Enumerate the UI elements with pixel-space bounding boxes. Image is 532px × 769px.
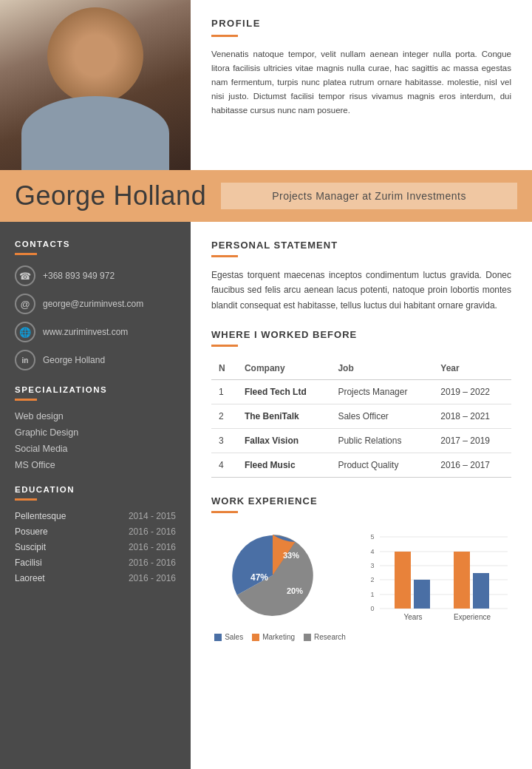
linkedin-value: George Holland [43,355,105,365]
spec-social-media: Social Media [15,444,176,454]
pie-research-label: 33% [283,551,299,560]
row1-years: 2019 – 2022 [433,380,511,404]
name-banner: George Holland Projects Manager at Zurim… [0,170,532,222]
specializations-underline [15,399,37,401]
main-body: CONTACTS ☎ +368 893 949 972 @ george@zur… [0,222,532,769]
job-title: Projects Manager at Zurim Investments [221,183,517,209]
svg-text:4: 4 [370,548,374,555]
edu-year-5: 2016 - 2016 [129,573,176,583]
bar-years-blue [414,580,430,609]
legend-sales-label: Sales [225,633,243,641]
personal-statement-text: Egestas torquent maecenas inceptos condi… [211,268,511,313]
col-company: Company [237,357,330,380]
bar-chart: 0 1 2 3 4 5 [364,524,511,627]
bar-exp-orange [454,552,470,609]
svg-text:2: 2 [370,576,374,583]
legend-research-label: Research [314,633,346,641]
edu-row-2: Posuere 2016 - 2016 [15,526,176,537]
contacts-label: CONTACTS [15,240,176,248]
svg-text:1: 1 [370,591,374,598]
row4-company: Fleed Music [237,453,330,478]
contacts-underline [15,253,37,255]
edu-row-4: Facilisi 2016 - 2016 [15,558,176,568]
contact-email: @ george@zuriminvest.com [15,294,176,314]
table-header: N Company Job Year [211,357,511,380]
col-year: Year [433,357,511,380]
pie-chart-container: 47% 33% 20% Sales Marketing Rese [211,524,349,641]
row2-n: 2 [211,404,237,429]
work-history-label: WHERE I WORKED BEFORE [211,329,511,340]
row3-n: 3 [211,429,237,453]
work-experience-label: WORK EXPERIENCE [211,495,511,507]
wh-underline [211,345,238,347]
row3-years: 2017 – 2019 [433,429,511,453]
row3-company: Fallax Vision [237,429,330,453]
edu-year-1: 2014 - 2015 [129,511,176,521]
svg-text:5: 5 [370,533,374,541]
table-row: 1 Fleed Tech Ltd Projects Manager 2019 –… [211,380,511,404]
personal-statement-label: PERSONAL STATEMENT [211,240,511,251]
row4-job: Product Quality [330,453,433,478]
spec-web-design: Web design [15,411,176,421]
charts-row: 47% 33% 20% Sales Marketing Rese [211,524,511,641]
bar-exp-blue [473,573,489,609]
education-label: EDUCATION [15,485,176,494]
row1-n: 1 [211,380,237,404]
edu-name-4: Facilisi [15,558,42,568]
legend-research: Research [304,633,346,641]
legend-marketing-color [252,634,259,641]
table-row: 4 Fleed Music Product Quality 2016 – 201… [211,453,511,478]
row2-years: 2018 – 2021 [433,404,511,429]
row1-company: Fleed Tech Ltd [237,380,330,404]
legend-sales-color [214,634,222,641]
phone-icon: ☎ [15,265,35,286]
work-history-table: N Company Job Year 1 Fleed Tech Ltd Proj… [211,357,511,478]
main-content: PERSONAL STATEMENT Egestas torquent maec… [191,222,532,769]
row2-company: The BeniTalk [237,404,330,429]
legend-sales: Sales [214,633,243,641]
col-job: Job [330,357,433,380]
edu-year-3: 2016 - 2016 [129,542,176,552]
email-value: george@zuriminvest.com [43,299,143,309]
profile-section: PROFILE Venenatis natoque tempor, velit … [191,0,532,170]
contact-website: 🌐 www.zuriminvest.com [15,322,176,342]
web-icon: 🌐 [15,322,35,342]
spec-ms-office: MS Office [15,460,176,470]
svg-text:0: 0 [370,605,374,612]
bar-years-orange [395,552,411,609]
edu-name-5: Laoreet [15,573,45,583]
bar-label-years: Years [403,613,422,621]
col-n: N [211,357,237,380]
pie-chart: 47% 33% 20% [221,524,339,627]
linkedin-icon: in [15,350,35,370]
spec-graphic-design: Graphic Design [15,427,176,438]
edu-name-2: Posuere [15,526,48,537]
edu-row-5: Laoreet 2016 - 2016 [15,573,176,583]
edu-name-3: Suscipit [15,542,46,552]
top-section: PROFILE Venenatis natoque tempor, velit … [0,0,532,170]
education-underline [15,498,37,501]
bar-chart-container: 0 1 2 3 4 5 [364,524,511,641]
pie-sales-label: 47% [250,572,268,583]
row2-job: Sales Officer [330,404,433,429]
svg-text:3: 3 [370,562,374,569]
phone-value: +368 893 949 972 [43,271,115,281]
row3-job: Public Relations [330,429,433,453]
edu-year-4: 2016 - 2016 [129,558,176,568]
profile-underline [211,35,238,37]
sidebar: CONTACTS ☎ +368 893 949 972 @ george@zur… [0,222,191,769]
ps-underline [211,255,238,257]
table-row: 3 Fallax Vision Public Relations 2017 – … [211,429,511,453]
photo-placeholder [0,0,191,170]
edu-year-2: 2016 - 2016 [129,526,176,537]
profile-label: PROFILE [211,18,511,29]
edu-row-3: Suscipit 2016 - 2016 [15,542,176,552]
row4-n: 4 [211,453,237,478]
profile-photo [0,0,191,170]
person-name: George Holland [15,180,206,211]
edu-row-1: Pellentesque 2014 - 2015 [15,511,176,521]
profile-text: Venenatis natoque tempor, velit nullam a… [211,47,511,118]
email-icon: @ [15,294,35,314]
row4-years: 2016 – 2017 [433,453,511,478]
website-value: www.zuriminvest.com [43,327,128,337]
